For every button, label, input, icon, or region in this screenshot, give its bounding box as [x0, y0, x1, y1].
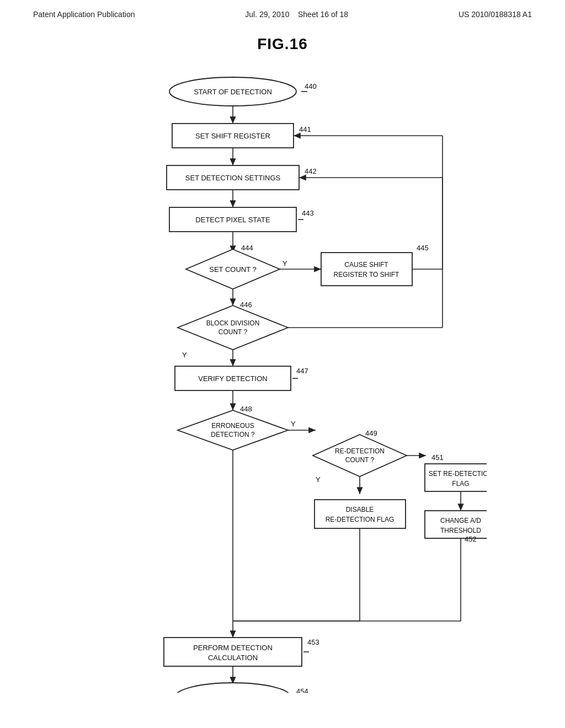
node-442-label: SET DETECTION SETTINGS: [185, 174, 281, 182]
node-449-label-1: RE-DETECTION: [335, 447, 385, 455]
node-449-label-2: COUNT ?: [345, 456, 375, 464]
node-440-id: 440: [305, 82, 317, 90]
node-449: [313, 435, 407, 477]
node-441-id: 441: [299, 125, 311, 133]
node-454: [175, 683, 291, 693]
node-452-label-2: THRESHOLD: [440, 527, 481, 534]
node-445-id: 445: [417, 244, 429, 252]
node-453-label-1: PERFORM DETECTION: [193, 644, 273, 652]
node-446-label-1: BLOCK DIVISION: [206, 319, 260, 327]
node-446-label-2: COUNT ?: [218, 328, 248, 336]
node-447-label: VERIFY DETECTION: [198, 374, 267, 383]
node-440-label: START OF DETECTION: [194, 88, 272, 96]
node-443-label: DETECT PIXEL STATE: [195, 216, 270, 224]
node-450-label-2: RE-DETECTION FLAG: [326, 516, 395, 523]
node-448-label-1: ERRONEOUS: [211, 422, 254, 430]
node-445: [321, 253, 412, 286]
page-header: Patent Application Publication Jul. 29, …: [0, 0, 565, 24]
node-442-id: 442: [305, 167, 317, 175]
node-448-id: 448: [240, 405, 252, 413]
patent-number-label: US 2010/0188318 A1: [459, 10, 532, 19]
node-443-id: 443: [302, 209, 314, 217]
node-453-id: 453: [307, 638, 319, 646]
node-441-label: SET SHIFT REGISTER: [195, 132, 270, 140]
node-444-id: 444: [241, 244, 253, 252]
node-447-id: 447: [296, 367, 308, 375]
date-sheet-label: Jul. 29, 2010 Sheet 16 of 18: [245, 10, 348, 19]
node-452-label-1: CHANGE A/D: [440, 517, 481, 524]
node-446-id: 446: [240, 301, 252, 309]
figure-title: FIG.16: [0, 35, 565, 53]
node-448-label-2: DETECTION ?: [211, 431, 255, 438]
node-451-id: 451: [431, 453, 444, 462]
node-451-label-1: SET RE-DETECTION: [429, 470, 487, 478]
publication-label: Patent Application Publication: [33, 10, 135, 19]
node-452-id: 452: [465, 535, 477, 543]
label-448-y: Y: [291, 420, 296, 428]
node-444-label: SET COUNT ?: [209, 265, 256, 274]
node-445-label-1: CAUSE SHIFT: [344, 261, 388, 269]
node-453: [164, 638, 302, 666]
node-445-label-2: REGISTER TO SHIFT: [334, 271, 400, 279]
node-451-label-2: FLAG: [452, 480, 469, 488]
node-453-label-2: CALCULATION: [208, 654, 258, 662]
node-446: [178, 306, 288, 350]
node-454-id: 454: [296, 687, 308, 693]
label-444-y: Y: [282, 259, 287, 267]
diagram-area: FIG.16 .box { fill: white; stroke: #222;…: [0, 24, 565, 693]
node-450-label-1: DISABLE: [346, 506, 374, 513]
flowchart: .box { fill: white; stroke: #222; stroke…: [78, 58, 487, 693]
node-449-id: 449: [365, 429, 377, 437]
label-449-y: Y: [316, 475, 321, 484]
node-448: [178, 410, 288, 450]
label-446-y: Y: [182, 351, 187, 359]
node-450: [315, 500, 406, 528]
